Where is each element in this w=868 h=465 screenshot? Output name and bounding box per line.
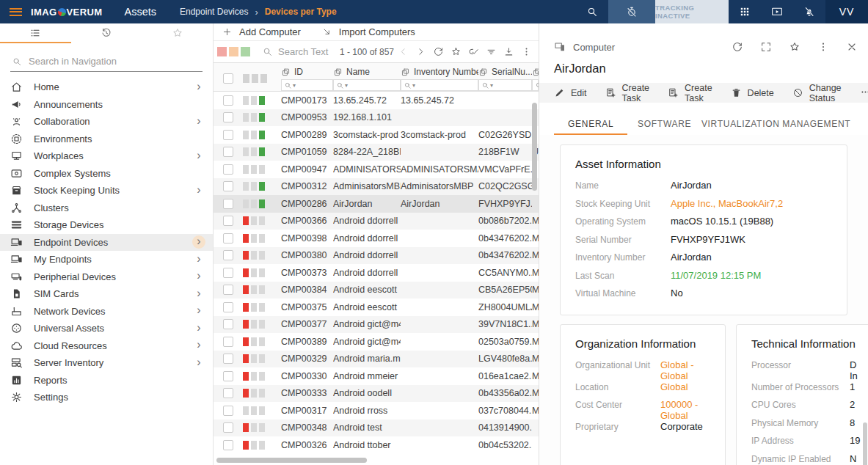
chevron-right-icon[interactable]: › xyxy=(192,356,205,370)
table-row[interactable]: CMP00398 Android ddorrell 0b43476202... … xyxy=(214,230,539,247)
sidebar-item-server-inventory[interactable]: Server Inventory › xyxy=(0,354,213,372)
sidebar-item-endpoint-devices[interactable]: Endpoint Devices › xyxy=(0,234,213,252)
filter-icon[interactable] xyxy=(482,46,500,57)
column-header-serial[interactable]: SerialNu... xyxy=(478,66,532,78)
row-checkbox[interactable] xyxy=(223,199,233,209)
tab-management[interactable]: MANAGEMENT xyxy=(780,114,853,135)
sidebar-item-sim-cards[interactable]: SIM Cards › xyxy=(0,285,213,303)
select-all-checkbox[interactable] xyxy=(223,73,233,84)
sidebar-item-network-devices[interactable]: Network Devices › xyxy=(0,303,213,321)
sidebar-item-stock-keeping-units[interactable]: Stock Keeping Units › xyxy=(0,182,213,199)
table-row[interactable]: CMP00330 Android mmeier 016ea1cae2... M xyxy=(214,367,539,385)
vertical-scrollbar[interactable] xyxy=(532,103,537,191)
sidebar-item-my-endpoints[interactable]: My Endpoints › xyxy=(0,251,213,268)
next-page-icon[interactable] xyxy=(412,46,429,57)
grid-search-input[interactable]: Search Text xyxy=(262,46,328,57)
chevron-right-icon[interactable]: › xyxy=(192,253,205,266)
field-value[interactable]: Global - Global xyxy=(660,359,710,381)
more-menu-icon[interactable] xyxy=(817,41,829,53)
chevron-right-icon[interactable]: › xyxy=(192,184,205,197)
table-row[interactable]: CMP00312 AdminisatorsMBP AdminisatorsMBP… xyxy=(214,178,539,196)
tab-history[interactable] xyxy=(71,23,142,43)
sidebar-item-cloud-resources[interactable]: Cloud Resources › xyxy=(0,337,213,355)
row-checkbox[interactable] xyxy=(223,147,233,157)
column-filter-serial[interactable]: ▾ xyxy=(478,79,532,91)
table-row[interactable]: CMP00173 13.65.245.72 13.65.245.72 xyxy=(214,92,539,109)
tab-software[interactable]: SOFTWARE xyxy=(627,114,701,135)
row-checkbox[interactable] xyxy=(223,440,233,450)
chevron-right-icon[interactable]: › xyxy=(192,288,205,301)
column-filter-extra[interactable] xyxy=(532,79,539,91)
row-checkbox[interactable] xyxy=(223,250,233,260)
search-icon[interactable] xyxy=(576,0,608,23)
avatar[interactable]: VV xyxy=(825,0,868,23)
row-checkbox[interactable] xyxy=(223,233,233,244)
chevron-right-icon[interactable]: › xyxy=(192,270,205,283)
column-filter-name[interactable]: ▾ xyxy=(333,79,401,91)
sidebar-item-home[interactable]: Home › xyxy=(0,78,213,96)
table-row[interactable]: CMP00389 Android gict@m4... 02503a0759..… xyxy=(214,333,539,351)
cast-screen-icon[interactable] xyxy=(761,0,793,23)
table-row[interactable]: CMP00289 3comstack-prod 3comstack-prod C… xyxy=(214,126,539,144)
menu-icon[interactable] xyxy=(10,8,22,16)
column-filter-id[interactable]: ▾ xyxy=(281,79,333,91)
sidebar-item-universal-assets[interactable]: Universal Assets › xyxy=(0,320,213,337)
refresh-icon[interactable] xyxy=(429,46,447,57)
tracking-timer-off-icon[interactable] xyxy=(608,0,655,23)
row-checkbox[interactable] xyxy=(223,285,233,295)
sidebar-item-storage-devices[interactable]: Storage Devices › xyxy=(0,216,213,234)
import-computers-button[interactable]: Import Computers xyxy=(321,26,415,37)
download-icon[interactable] xyxy=(500,46,517,57)
horizontal-scrollbar[interactable] xyxy=(216,458,367,463)
row-checkbox[interactable] xyxy=(223,268,233,278)
table-row[interactable]: CMP00333 Android oodell 0b43356a02... M xyxy=(214,385,539,403)
more-actions-icon[interactable] xyxy=(860,87,868,100)
refresh-icon[interactable] xyxy=(732,41,743,53)
column-header-name[interactable]: Name xyxy=(333,66,401,78)
row-checkbox[interactable] xyxy=(223,337,233,347)
table-row[interactable]: CMP00286 AirJordan AirJordan FVHXP9YFJ..… xyxy=(214,195,539,213)
change-status-button[interactable]: Change Status xyxy=(792,83,842,103)
sidebar-search-input[interactable]: Search in Navigation xyxy=(10,51,203,72)
sidebar-item-reports[interactable]: Reports › xyxy=(0,372,213,389)
table-row[interactable]: CMP00373 Android ddorrell CC5ANYM0... M xyxy=(214,264,539,282)
chevron-right-icon[interactable]: › xyxy=(192,322,205,335)
column-filter-inventory[interactable]: ▾ xyxy=(401,79,478,91)
breadcrumb-item-active[interactable]: Devices per Type xyxy=(265,7,337,17)
row-checkbox[interactable] xyxy=(223,181,233,191)
prev-page-icon[interactable] xyxy=(394,46,412,57)
table-row[interactable]: CMP00377 Android gict@m4... 39V7N18C1...… xyxy=(214,316,539,334)
chevron-right-icon[interactable]: › xyxy=(192,81,205,94)
row-checkbox[interactable] xyxy=(223,406,233,416)
table-row[interactable]: CMP00366 Android ddorrell 0b086b7202... … xyxy=(214,213,539,230)
edit-button[interactable]: Edit xyxy=(554,87,587,98)
assign-check-icon[interactable] xyxy=(464,46,482,57)
row-checkbox[interactable] xyxy=(223,422,233,433)
tab-virtualization[interactable]: VIRTUALIZATION xyxy=(701,114,780,135)
table-row[interactable]: CMP00380 Android ddorrell 0b43476202... … xyxy=(214,247,539,265)
close-icon[interactable] xyxy=(846,41,858,53)
tab-general[interactable]: GENERAL xyxy=(554,114,627,135)
expand-icon[interactable] xyxy=(760,41,772,53)
table-row[interactable]: CMP01059 8284-22A_218BF... 218BF1W U xyxy=(214,144,539,161)
notifications-off-icon[interactable] xyxy=(793,0,825,23)
sidebar-item-workplaces[interactable]: Workplaces › xyxy=(0,147,213,165)
favorite-star-icon[interactable] xyxy=(789,41,800,53)
delete-button[interactable]: Delete xyxy=(731,87,774,98)
row-checkbox[interactable] xyxy=(223,354,233,364)
tab-navigation-list[interactable] xyxy=(0,23,71,43)
table-row[interactable]: CMP00326 Android ttober 0b04c53202... xyxy=(214,436,539,454)
more-menu-icon[interactable] xyxy=(517,46,535,57)
chevron-right-icon[interactable]: › xyxy=(192,235,205,249)
sidebar-item-collaboration[interactable]: Collaboration › xyxy=(0,113,213,131)
apps-grid-icon[interactable] xyxy=(729,0,761,23)
table-row[interactable]: CMP00348 Android test 0413914900... xyxy=(214,420,539,437)
field-value[interactable]: Global xyxy=(660,381,688,392)
sidebar-item-complex-systems[interactable]: Complex Systems › xyxy=(0,165,213,183)
row-checkbox[interactable] xyxy=(223,112,233,122)
table-row[interactable]: CMP00953 192.168.1.101 xyxy=(214,109,539,127)
column-header-inventory[interactable]: Inventory Number ... xyxy=(401,66,478,78)
sidebar-item-environments[interactable]: Environments › xyxy=(0,131,213,148)
row-checkbox[interactable] xyxy=(223,164,233,175)
sidebar-item-peripherial-devices[interactable]: Peripherial Devices › xyxy=(0,268,213,286)
